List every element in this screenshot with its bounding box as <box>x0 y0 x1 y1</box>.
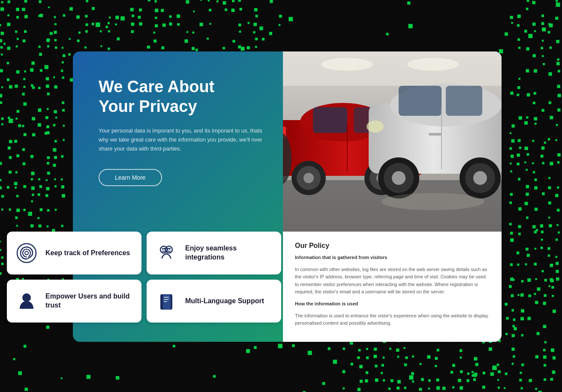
policy-section1-text: In common with other websites, log files… <box>295 266 490 296</box>
svg-rect-20 <box>399 86 442 116</box>
svg-point-39 <box>164 248 165 250</box>
svg-rect-8 <box>313 107 347 133</box>
feature-label-empower: Empower Users and build trust <box>45 292 133 310</box>
svg-rect-45 <box>164 297 169 298</box>
fingerprint-icon <box>15 242 38 264</box>
svg-rect-48 <box>161 294 163 310</box>
svg-rect-47 <box>164 301 167 302</box>
svg-point-3 <box>407 58 459 71</box>
learn-more-button[interactable]: Learn More <box>99 169 162 186</box>
feature-card-multilanguage[interactable]: Multi-Language Support <box>147 280 281 323</box>
svg-point-30 <box>367 121 384 133</box>
svg-rect-1 <box>283 51 502 86</box>
feature-label-integrations: Enjoy seamless integrations <box>185 244 273 262</box>
svg-point-27 <box>473 171 487 185</box>
svg-point-40 <box>167 248 169 250</box>
policy-section2-text: The information is used to enhance the v… <box>295 312 490 327</box>
policy-title: Our Policy <box>295 242 490 250</box>
feature-label-keep-track: Keep track of Preferences <box>45 249 130 258</box>
svg-point-42 <box>22 293 31 302</box>
feature-card-integrations[interactable]: Enjoy seamless integrations <box>147 232 281 274</box>
hero-subtitle: Your personal data is imporant to you, a… <box>99 127 266 153</box>
feature-card-empower[interactable]: Empower Users and build trust <box>7 280 141 323</box>
svg-rect-46 <box>164 299 169 300</box>
feature-label-multilanguage: Multi-Language Support <box>185 297 264 306</box>
svg-point-29 <box>370 115 380 121</box>
svg-rect-28 <box>429 133 442 136</box>
svg-point-41 <box>169 248 171 250</box>
policy-section2-heading: How the information is used <box>295 300 490 308</box>
policy-section: Our Policy Information that is gathered … <box>283 232 502 342</box>
feature-cards: Keep track of Preferences Enjoy seamless… <box>7 232 281 323</box>
feature-card-keep-track[interactable]: Keep track of Preferences <box>7 232 141 274</box>
svg-point-37 <box>165 246 172 253</box>
svg-point-12 <box>304 173 314 183</box>
hero-title: We Care About Your Privacy <box>99 77 266 116</box>
integration-icon <box>155 242 177 264</box>
svg-point-38 <box>162 248 164 250</box>
right-panel: Our Policy Information that is gathered … <box>283 51 502 342</box>
book-icon <box>155 290 177 312</box>
svg-point-24 <box>392 171 406 185</box>
svg-rect-21 <box>446 86 482 116</box>
svg-point-35 <box>17 244 36 262</box>
car-image-svg <box>283 51 502 232</box>
policy-section1-heading: Information that is gathered from visito… <box>295 254 490 262</box>
svg-point-2 <box>322 58 373 71</box>
svg-point-33 <box>382 193 484 210</box>
user-icon <box>15 290 38 312</box>
car-image <box>283 51 502 232</box>
